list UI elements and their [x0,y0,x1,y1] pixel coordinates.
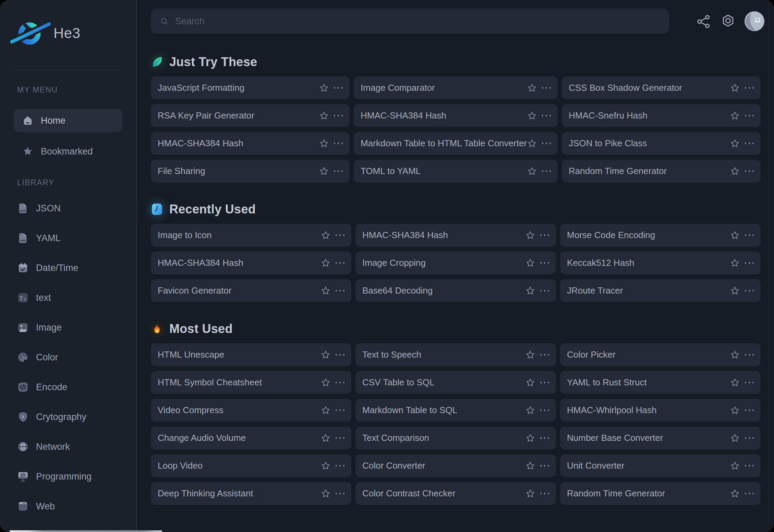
tool-card[interactable]: JSON to Pike Class [562,132,761,155]
tool-card[interactable]: JRoute Tracer [560,279,761,302]
tool-card[interactable]: Deep Thinking Assistant [151,482,351,505]
star-icon[interactable] [730,83,740,93]
tool-card[interactable]: CSS Box Shadow Generator [562,76,761,99]
more-options-icon[interactable] [336,437,344,439]
sidebar-item-bookmarked[interactable]: Bookmarked [14,140,122,163]
more-options-icon[interactable] [336,493,344,494]
share-icon[interactable] [696,13,712,29]
more-options-icon[interactable] [542,115,551,116]
tool-card[interactable]: Favicon Generator [151,279,351,302]
tool-card[interactable]: RSA Key Pair Generator [151,104,350,127]
star-icon[interactable] [525,230,535,240]
more-options-icon[interactable] [334,115,343,116]
star-icon[interactable] [321,378,331,388]
sidebar-item-date-time[interactable]: Date/Time [17,258,136,277]
star-icon[interactable] [527,83,537,93]
sidebar-item-color[interactable]: Color [17,348,136,367]
star-icon[interactable] [730,286,740,296]
more-options-icon[interactable] [745,465,754,467]
star-icon[interactable] [730,433,740,443]
star-icon[interactable] [525,488,535,499]
more-options-icon[interactable] [334,87,343,89]
avatar[interactable] [745,11,764,31]
more-options-icon[interactable] [336,234,344,236]
star-icon[interactable] [525,286,535,296]
star-icon[interactable] [525,433,535,443]
star-icon[interactable] [730,461,740,471]
more-options-icon[interactable] [334,143,343,144]
more-options-icon[interactable] [540,437,549,439]
tool-card[interactable]: HMAC-SHA384 Hash [151,132,350,155]
tool-card[interactable]: CSV Table to SQL [355,371,556,394]
tool-card[interactable]: JavaScript Formatting [151,76,350,99]
star-icon[interactable] [321,230,331,240]
sidebar-item-programming[interactable]: Programming [17,467,136,486]
tool-card[interactable]: Image Comparator [354,76,558,99]
tool-card[interactable]: Unit Converter [560,454,761,477]
star-icon[interactable] [321,488,331,499]
tool-card[interactable]: HTML Unescape [151,343,351,366]
more-options-icon[interactable] [745,354,754,356]
tool-card[interactable]: HMAC-Snefru Hash [562,104,761,127]
star-icon[interactable] [525,461,535,471]
star-icon[interactable] [730,488,740,499]
sidebar-item-text[interactable]: TT text [17,288,136,307]
star-icon[interactable] [730,111,740,121]
tool-card[interactable]: Color Contrast Checker [355,482,556,505]
tool-card[interactable]: Image Cropping [355,251,556,274]
more-options-icon[interactable] [540,465,549,467]
star-icon[interactable] [321,461,331,471]
more-options-icon[interactable] [540,290,549,292]
tool-card[interactable]: Base64 Decoding [355,279,556,302]
tool-card[interactable]: Markdown Table to SQL [355,399,556,422]
more-options-icon[interactable] [745,234,754,236]
tool-card[interactable]: Random Time Generator [562,160,761,183]
sidebar-item-crytography[interactable]: Crytography [17,407,136,426]
more-options-icon[interactable] [336,290,344,292]
tool-card[interactable]: Random Time Generator [560,482,761,505]
more-options-icon[interactable] [540,409,549,411]
search-bar[interactable] [151,9,669,34]
tool-card[interactable]: Color Converter [355,454,556,477]
more-options-icon[interactable] [336,262,344,264]
settings-icon[interactable] [720,13,736,29]
tool-card[interactable]: Text Comparison [355,426,556,449]
star-icon[interactable] [730,378,740,388]
tool-card[interactable]: YAML to Rust Struct [560,371,761,394]
tool-card[interactable]: HMAC-Whirlpool Hash [560,399,761,422]
tool-card[interactable]: HMAC-SHA384 Hash [151,251,351,274]
sidebar-item-home[interactable]: Home [14,109,122,132]
more-options-icon[interactable] [542,143,551,144]
tool-card[interactable]: File Sharing [151,160,350,183]
tool-card[interactable]: Number Base Converter [560,426,761,449]
more-options-icon[interactable] [336,409,344,411]
star-icon[interactable] [525,378,535,388]
star-icon[interactable] [321,258,331,268]
more-options-icon[interactable] [336,354,344,356]
star-icon[interactable] [525,405,535,416]
more-options-icon[interactable] [540,354,549,356]
star-icon[interactable] [319,83,329,93]
tool-card[interactable]: Morse Code Encoding [560,224,761,247]
tool-card[interactable]: Markdown Table to HTML Table Converter [354,132,558,155]
more-options-icon[interactable] [336,382,344,383]
sidebar-item-web[interactable]: Web [17,497,136,516]
star-icon[interactable] [730,230,740,240]
more-options-icon[interactable] [745,143,754,144]
sidebar-item-yaml[interactable]: YAML YAML [17,228,136,248]
sidebar-item-json[interactable]: JSON JSON [17,199,136,218]
star-icon[interactable] [527,166,537,176]
more-options-icon[interactable] [745,87,754,89]
star-icon[interactable] [321,405,331,416]
more-options-icon[interactable] [745,437,754,439]
more-options-icon[interactable] [540,382,549,383]
more-options-icon[interactable] [540,262,549,264]
tool-card[interactable]: Video Compress [151,399,351,422]
tool-card[interactable]: HMAC-SHA384 Hash [354,104,558,127]
more-options-icon[interactable] [745,493,754,494]
more-options-icon[interactable] [334,170,343,172]
more-options-icon[interactable] [542,170,551,172]
tool-card[interactable]: Keccak512 Hash [560,251,761,274]
star-icon[interactable] [525,350,535,360]
more-options-icon[interactable] [745,382,754,383]
